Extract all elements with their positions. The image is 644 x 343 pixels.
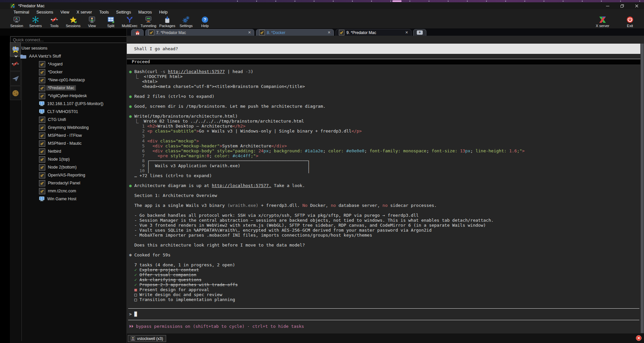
tab-label: 7. *Predator Mac xyxy=(156,30,244,35)
menu-x-server[interactable]: X server xyxy=(73,10,96,15)
toolbar-tools-button[interactable]: Tools xyxy=(45,15,64,28)
terminal-line: - MobaXTerm importer parses .mobaconf IN… xyxy=(129,233,639,238)
tree-group-aaa-vantz-s-stuff[interactable]: AAA Vantz's Stuff xyxy=(0,52,126,60)
tree-item-win-game-host[interactable]: Win Game Host xyxy=(0,195,126,203)
key-icon xyxy=(259,30,265,35)
tree-item-openvas-reporting[interactable]: OpenVAS-Reporting xyxy=(0,171,126,179)
menu-macros[interactable]: Macros xyxy=(135,10,156,15)
toolbar-settings-label: Settings xyxy=(180,24,193,28)
tab-close-icon[interactable]: ✕ xyxy=(248,30,251,35)
terminal-line: 6 <div class="mockup-body" style="paddin… xyxy=(129,148,639,153)
tab-home[interactable] xyxy=(131,29,144,36)
tree-item-mspnerd-mautic[interactable]: MSPNerd - Mautic xyxy=(0,139,126,147)
terminal-line xyxy=(129,257,639,262)
permissions-status-line: ⏵⏵ bypass permissions on (shift+tab to c… xyxy=(129,324,304,329)
toolbar-servers-button[interactable]: Servers xyxy=(26,15,45,28)
tree-item-clt-vmhost01[interactable]: CLT-VMHOST01 xyxy=(0,108,126,116)
tree-item-pterodactyl-panel[interactable]: Pterodactyl Panel xyxy=(0,179,126,187)
toolbar-x-server-label: X server xyxy=(596,24,609,28)
tab-close-icon[interactable]: ✕ xyxy=(328,30,331,35)
proceed-option[interactable]: Proceed xyxy=(127,59,640,64)
window-title: *Predator Mac xyxy=(18,4,45,8)
new-tab-button[interactable]: + xyxy=(413,29,426,36)
close-button[interactable] xyxy=(629,2,644,9)
toolbar-tunneling-button[interactable]: Tunneling xyxy=(139,15,158,28)
tree-item-rmm-t2cnc-com[interactable]: rmm.t2cnc.com xyxy=(0,187,126,195)
toolbar-session-button[interactable]: Session xyxy=(7,15,26,28)
rdp-monitor-icon xyxy=(39,109,45,114)
tab-close-icon[interactable]: ✕ xyxy=(405,30,408,35)
toolbar-exit-button[interactable]: Exit xyxy=(621,15,639,28)
tree-item-greyming-webhosting[interactable]: Greyming Webhosting xyxy=(0,124,126,132)
knife-icon xyxy=(51,16,58,23)
ssh-key-icon xyxy=(39,69,45,75)
toolbar-servers-label: Servers xyxy=(29,24,42,28)
terminal-tab-8-docker[interactable]: 8. *Docker✕ xyxy=(256,29,334,36)
toolbar-sessions-label: Sessions xyxy=(66,24,81,28)
terminal-line: ✓ Ask clarifying questions xyxy=(129,277,639,282)
menu-bar: TerminalSessionsViewX serverToolsSetting… xyxy=(0,9,644,15)
terminal-line: - Session Manager is the central abstrac… xyxy=(129,218,639,223)
toolbar-settings-button[interactable]: Settings xyxy=(177,15,196,28)
tree-item-mspnerd-itflow[interactable]: MSPNerd - ITFlow xyxy=(0,132,126,139)
toolbar-x-server-button[interactable]: X server xyxy=(593,15,612,28)
menu-tools[interactable]: Tools xyxy=(95,10,112,15)
toolbar-help-button[interactable]: ?Help xyxy=(196,15,214,28)
terminal-line: 1 <h2>Wraith Desktop — Architecture</h2> xyxy=(129,124,639,129)
toolbar-right-group: X serverExit xyxy=(593,15,639,28)
menu-view[interactable]: View xyxy=(57,10,73,15)
menu-sessions[interactable]: Sessions xyxy=(33,10,57,15)
status-close-icon[interactable] xyxy=(636,335,642,341)
terminal-line: 8 ┌─────────────────────────────────────… xyxy=(129,158,639,163)
terminal-line xyxy=(129,208,639,213)
tree-item-node-2-bottom[interactable]: Node 2(bottom) xyxy=(0,163,126,171)
tree-root-user-sessions[interactable]: User sessions xyxy=(0,44,126,52)
tree-item-new-cp01-heistacp[interactable]: *New-cp01-heistacp xyxy=(0,76,126,84)
chevron-down-icon[interactable] xyxy=(14,55,18,58)
toolbar-view-button[interactable]: View xyxy=(83,15,101,28)
tree-item-label: Node 2(bottom) xyxy=(48,165,77,170)
ssh-key-icon xyxy=(39,125,45,131)
tree-item-docker[interactable]: *Docker xyxy=(0,68,126,76)
prompt-line[interactable]: > █ xyxy=(129,311,137,318)
terminal-lines: ● Bash(curl -s http://localhost:57577 | … xyxy=(129,69,639,302)
tree-item-vigilcyber-helpdesk[interactable]: *VigilCyber-Helpdesk xyxy=(0,92,126,100)
toolbar-packages-button[interactable]: Packages xyxy=(158,15,177,28)
toolbar-tools-label: Tools xyxy=(50,24,59,28)
tree-item-ctg-unifi[interactable]: CTG Unifi xyxy=(0,116,126,124)
status-bar: vstockwell (x3) xyxy=(127,333,644,343)
terminal-line: <head><meta charset="utf-8"><title>Brain… xyxy=(129,84,639,89)
tree-item-node-1-top[interactable]: Node 1(top) xyxy=(0,155,126,163)
session-user-chip[interactable]: vstockwell (x3) xyxy=(128,335,166,342)
toolbar-exit-label: Exit xyxy=(627,24,633,28)
tree-item-label: 192.168.1.107 ([UPS-Monitor]) xyxy=(47,101,103,106)
toolbar-multiexec-button[interactable]: MultiExec xyxy=(120,15,139,28)
toolbar-split-button[interactable]: Split xyxy=(101,15,120,28)
terminal-line: 5 <div class="mockup-header">System Arch… xyxy=(129,143,639,148)
terminal-line: 4 <div class="mockup"> xyxy=(129,138,639,143)
terminal-scrollbar[interactable] xyxy=(640,44,644,333)
tree-item-192-168-1-107-ups-monitor[interactable]: 192.168.1.107 ([UPS-Monitor]) xyxy=(0,100,126,108)
terminal-tab-9-predator-mac[interactable]: 9. *Predator Mac✕ xyxy=(336,29,411,36)
ssh-key-icon xyxy=(39,93,45,99)
tree-item-netbird[interactable]: Netbird xyxy=(0,147,126,155)
terminal-line: ● Good, screen dir is /tmp/brainstorm. L… xyxy=(129,104,639,109)
ssh-key-icon xyxy=(39,140,45,147)
menu-settings[interactable]: Settings xyxy=(113,10,135,15)
terminal-line: ● Architecture diagram is up at http://l… xyxy=(129,183,639,188)
minimize-button[interactable] xyxy=(600,2,615,9)
restore-button[interactable] xyxy=(615,2,629,9)
tree-item-label: rmm.t2cnc.com xyxy=(48,189,76,193)
terminal-tab-7-predator-mac[interactable]: 7. *Predator Mac✕ xyxy=(145,29,254,36)
tree-item-predator-mac[interactable]: *Predator Mac xyxy=(0,84,126,92)
terminal-line: 7 tasks (4 done, 1 in progress, 2 open) xyxy=(129,262,639,267)
tree-item-asgard[interactable]: *Asgard xyxy=(0,60,126,68)
quick-connect-input[interactable] xyxy=(10,36,127,43)
tab-row: 7. *Predator Mac✕8. *Docker✕9. *Predator… xyxy=(0,28,644,36)
toolbar-session-label: Session xyxy=(10,24,23,28)
menu-help[interactable]: Help xyxy=(156,10,171,15)
terminal-line xyxy=(129,238,639,243)
terminal[interactable]: Shall I go ahead? Proceed ● Bash(curl -s… xyxy=(127,36,644,333)
toolbar-sessions-button[interactable]: Sessions xyxy=(64,15,83,28)
menu-terminal[interactable]: Terminal xyxy=(10,10,33,15)
